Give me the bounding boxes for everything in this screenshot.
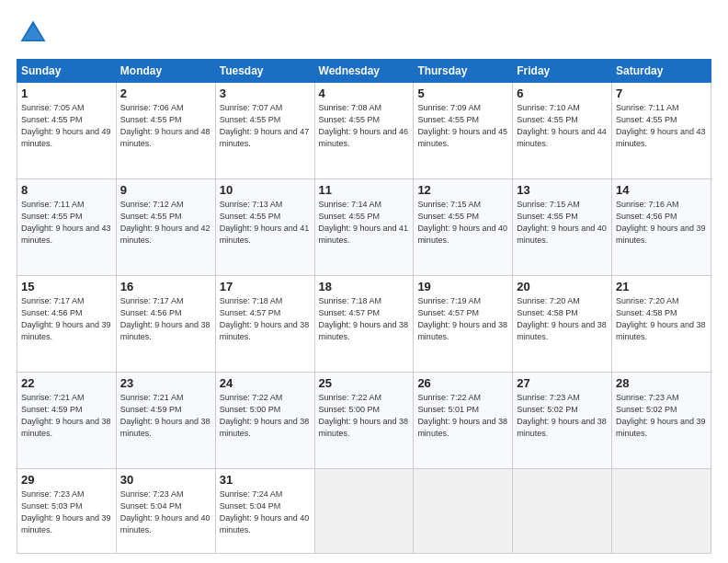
day-info: Sunrise: 7:23 AM Sunset: 5:02 PM Dayligh… xyxy=(517,392,608,440)
day-info: Sunrise: 7:22 AM Sunset: 5:00 PM Dayligh… xyxy=(220,392,311,440)
day-number: 15 xyxy=(21,280,112,293)
day-info: Sunrise: 7:12 AM Sunset: 4:55 PM Dayligh… xyxy=(120,199,211,247)
calendar-cell: 21 Sunrise: 7:20 AM Sunset: 4:58 PM Dayl… xyxy=(612,275,711,372)
calendar-cell: 31 Sunrise: 7:24 AM Sunset: 5:04 PM Dayl… xyxy=(215,468,314,553)
calendar-cell: 18 Sunrise: 7:18 AM Sunset: 4:57 PM Dayl… xyxy=(314,275,414,372)
day-number: 28 xyxy=(616,376,707,390)
calendar-cell: 23 Sunrise: 7:21 AM Sunset: 4:59 PM Dayl… xyxy=(116,372,215,468)
day-number: 1 xyxy=(21,86,112,100)
calendar-cell: 19 Sunrise: 7:19 AM Sunset: 4:57 PM Dayl… xyxy=(414,275,513,372)
day-info: Sunrise: 7:08 AM Sunset: 4:55 PM Dayligh… xyxy=(319,102,410,150)
calendar-cell: 14 Sunrise: 7:16 AM Sunset: 4:56 PM Dayl… xyxy=(612,178,711,275)
calendar-cell: 3 Sunrise: 7:07 AM Sunset: 4:55 PM Dayli… xyxy=(215,83,314,179)
day-number: 26 xyxy=(417,376,508,390)
day-number: 29 xyxy=(21,473,112,487)
dow-sunday: Sunday xyxy=(17,60,117,83)
calendar-cell: 8 Sunrise: 7:11 AM Sunset: 4:55 PM Dayli… xyxy=(17,178,117,275)
calendar-cell: 9 Sunrise: 7:12 AM Sunset: 4:55 PM Dayli… xyxy=(116,178,215,275)
day-number: 12 xyxy=(417,183,508,197)
calendar-cell: 13 Sunrise: 7:15 AM Sunset: 4:55 PM Dayl… xyxy=(513,178,612,275)
calendar-cell: 22 Sunrise: 7:21 AM Sunset: 4:59 PM Dayl… xyxy=(17,372,117,468)
calendar-cell: 20 Sunrise: 7:20 AM Sunset: 4:58 PM Dayl… xyxy=(513,275,612,372)
day-number: 22 xyxy=(21,376,112,390)
day-number: 25 xyxy=(319,376,410,390)
day-info: Sunrise: 7:23 AM Sunset: 5:03 PM Dayligh… xyxy=(21,488,112,536)
calendar-cell: 4 Sunrise: 7:08 AM Sunset: 4:55 PM Dayli… xyxy=(314,83,414,179)
calendar-cell: 26 Sunrise: 7:22 AM Sunset: 5:01 PM Dayl… xyxy=(414,372,513,468)
calendar-cell: 12 Sunrise: 7:15 AM Sunset: 4:55 PM Dayl… xyxy=(414,178,513,275)
calendar-cell: 30 Sunrise: 7:23 AM Sunset: 5:04 PM Dayl… xyxy=(116,468,215,553)
day-info: Sunrise: 7:07 AM Sunset: 4:55 PM Dayligh… xyxy=(220,102,311,150)
day-info: Sunrise: 7:22 AM Sunset: 5:00 PM Dayligh… xyxy=(319,392,410,440)
calendar-body: 1 Sunrise: 7:05 AM Sunset: 4:55 PM Dayli… xyxy=(17,83,711,554)
day-number: 2 xyxy=(120,86,211,100)
day-info: Sunrise: 7:18 AM Sunset: 4:57 PM Dayligh… xyxy=(319,295,410,343)
dow-saturday: Saturday xyxy=(612,60,711,83)
day-number: 9 xyxy=(120,183,211,197)
day-info: Sunrise: 7:20 AM Sunset: 4:58 PM Dayligh… xyxy=(517,295,608,343)
calendar-cell: 25 Sunrise: 7:22 AM Sunset: 5:00 PM Dayl… xyxy=(314,372,414,468)
dow-wednesday: Wednesday xyxy=(314,60,414,83)
day-number: 10 xyxy=(220,183,311,197)
day-number: 21 xyxy=(616,280,707,293)
days-of-week-row: SundayMondayTuesdayWednesdayThursdayFrid… xyxy=(17,60,711,83)
day-info: Sunrise: 7:09 AM Sunset: 4:55 PM Dayligh… xyxy=(417,102,508,150)
logo-icon xyxy=(17,17,50,50)
day-number: 24 xyxy=(220,376,311,390)
day-info: Sunrise: 7:19 AM Sunset: 4:57 PM Dayligh… xyxy=(417,295,508,343)
day-info: Sunrise: 7:22 AM Sunset: 5:01 PM Dayligh… xyxy=(417,392,508,440)
day-number: 11 xyxy=(319,183,410,197)
day-number: 7 xyxy=(616,86,707,100)
calendar-cell: 2 Sunrise: 7:06 AM Sunset: 4:55 PM Dayli… xyxy=(116,83,215,179)
calendar-cell: 27 Sunrise: 7:23 AM Sunset: 5:02 PM Dayl… xyxy=(513,372,612,468)
calendar-cell: 17 Sunrise: 7:18 AM Sunset: 4:57 PM Dayl… xyxy=(215,275,314,372)
logo xyxy=(17,17,55,50)
dow-thursday: Thursday xyxy=(414,60,513,83)
dow-friday: Friday xyxy=(513,60,612,83)
day-info: Sunrise: 7:24 AM Sunset: 5:04 PM Dayligh… xyxy=(220,488,311,536)
calendar-cell xyxy=(612,468,711,553)
day-number: 16 xyxy=(120,280,211,293)
calendar-cell: 24 Sunrise: 7:22 AM Sunset: 5:00 PM Dayl… xyxy=(215,372,314,468)
page: SundayMondayTuesdayWednesdayThursdayFrid… xyxy=(0,0,728,563)
day-info: Sunrise: 7:21 AM Sunset: 4:59 PM Dayligh… xyxy=(21,392,112,440)
calendar-cell: 7 Sunrise: 7:11 AM Sunset: 4:55 PM Dayli… xyxy=(612,83,711,179)
day-number: 27 xyxy=(517,376,608,390)
calendar-table: SundayMondayTuesdayWednesdayThursdayFrid… xyxy=(17,59,711,554)
day-info: Sunrise: 7:20 AM Sunset: 4:58 PM Dayligh… xyxy=(616,295,707,343)
day-number: 19 xyxy=(417,280,508,293)
day-info: Sunrise: 7:10 AM Sunset: 4:55 PM Dayligh… xyxy=(517,102,608,150)
day-number: 30 xyxy=(120,473,211,487)
calendar-cell: 16 Sunrise: 7:17 AM Sunset: 4:56 PM Dayl… xyxy=(116,275,215,372)
day-info: Sunrise: 7:11 AM Sunset: 4:55 PM Dayligh… xyxy=(616,102,707,150)
week-row-2: 8 Sunrise: 7:11 AM Sunset: 4:55 PM Dayli… xyxy=(17,178,711,275)
day-number: 23 xyxy=(120,376,211,390)
day-number: 17 xyxy=(220,280,311,293)
day-number: 8 xyxy=(21,183,112,197)
day-info: Sunrise: 7:17 AM Sunset: 4:56 PM Dayligh… xyxy=(21,295,112,343)
week-row-1: 1 Sunrise: 7:05 AM Sunset: 4:55 PM Dayli… xyxy=(17,83,711,179)
day-info: Sunrise: 7:23 AM Sunset: 5:02 PM Dayligh… xyxy=(616,392,707,440)
calendar-cell: 28 Sunrise: 7:23 AM Sunset: 5:02 PM Dayl… xyxy=(612,372,711,468)
day-number: 13 xyxy=(517,183,608,197)
day-number: 31 xyxy=(220,473,311,487)
day-number: 4 xyxy=(319,86,410,100)
day-info: Sunrise: 7:16 AM Sunset: 4:56 PM Dayligh… xyxy=(616,199,707,247)
calendar-cell: 11 Sunrise: 7:14 AM Sunset: 4:55 PM Dayl… xyxy=(314,178,414,275)
dow-tuesday: Tuesday xyxy=(215,60,314,83)
calendar-cell: 1 Sunrise: 7:05 AM Sunset: 4:55 PM Dayli… xyxy=(17,83,117,179)
day-info: Sunrise: 7:18 AM Sunset: 4:57 PM Dayligh… xyxy=(220,295,311,343)
day-number: 14 xyxy=(616,183,707,197)
calendar-cell xyxy=(513,468,612,553)
day-info: Sunrise: 7:05 AM Sunset: 4:55 PM Dayligh… xyxy=(21,102,112,150)
week-row-5: 29 Sunrise: 7:23 AM Sunset: 5:03 PM Dayl… xyxy=(17,468,711,553)
calendar-cell: 5 Sunrise: 7:09 AM Sunset: 4:55 PM Dayli… xyxy=(414,83,513,179)
day-info: Sunrise: 7:17 AM Sunset: 4:56 PM Dayligh… xyxy=(120,295,211,343)
day-info: Sunrise: 7:21 AM Sunset: 4:59 PM Dayligh… xyxy=(120,392,211,440)
day-info: Sunrise: 7:06 AM Sunset: 4:55 PM Dayligh… xyxy=(120,102,211,150)
day-number: 5 xyxy=(417,86,508,100)
day-number: 6 xyxy=(517,86,608,100)
day-info: Sunrise: 7:11 AM Sunset: 4:55 PM Dayligh… xyxy=(21,199,112,247)
day-number: 18 xyxy=(319,280,410,293)
calendar-cell: 29 Sunrise: 7:23 AM Sunset: 5:03 PM Dayl… xyxy=(17,468,117,553)
